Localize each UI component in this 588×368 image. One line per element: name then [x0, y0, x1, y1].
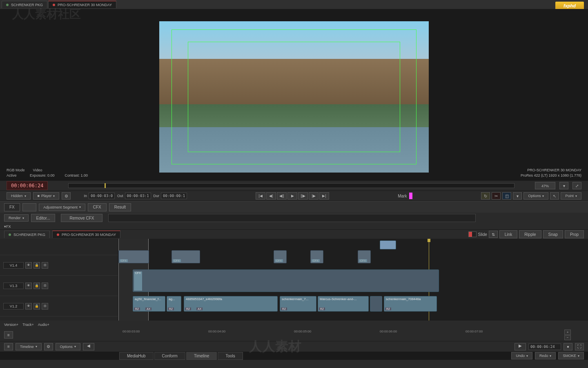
clip-main[interactable]: CFX: [133, 269, 439, 292]
result-button[interactable]: Result: [109, 203, 131, 211]
clip[interactable]: CFX: [310, 250, 323, 263]
ripple-button[interactable]: Ripple: [519, 230, 541, 238]
player-dropdown[interactable]: ■ Player: [33, 192, 60, 200]
play-icon[interactable]: ▶: [287, 192, 297, 200]
bottom-timecode[interactable]: [528, 343, 561, 350]
timeline-ruler[interactable]: 00:00:03:00 00:00:04:00 00:00:05:00 00:0…: [118, 329, 564, 341]
tab-schrenker-pkg[interactable]: SCHRENKER PKG: [2, 1, 47, 8]
clip[interactable]: CFX: [274, 250, 287, 263]
gear-icon[interactable]: ⚙: [62, 192, 71, 200]
tool-icon-3[interactable]: ◫: [502, 192, 511, 200]
effect-field[interactable]: [108, 214, 476, 222]
mode-mediahub[interactable]: MediaHub: [119, 352, 154, 360]
clip[interactable]: 4885853347_e4fd2998faRZAX: [184, 296, 278, 312]
snap-button[interactable]: Snap: [543, 230, 563, 238]
prop-button[interactable]: Prop: [565, 230, 584, 238]
mode-tools[interactable]: Tools: [218, 352, 243, 360]
record-icon[interactable]: ●: [564, 343, 572, 350]
scroll-left-icon[interactable]: ◀: [83, 343, 94, 350]
tl-tab-schrenker[interactable]: SCHRENKER PKG: [4, 231, 50, 238]
step-back-icon[interactable]: ◀|: [266, 192, 276, 200]
audio-button[interactable]: Audio+: [38, 323, 49, 327]
blank-button[interactable]: [22, 203, 36, 211]
step-fwd-icon[interactable]: |▶: [309, 192, 318, 200]
smoke-dropdown[interactable]: SMOKE: [558, 352, 584, 359]
hidden-dropdown[interactable]: Hidden: [7, 192, 31, 200]
clip-thumb[interactable]: [380, 240, 396, 249]
mode-timeline[interactable]: Timeline: [186, 352, 217, 360]
track-lock-icon[interactable]: 🔒: [33, 283, 40, 289]
adjustment-segment-dropdown[interactable]: Adjustment Segment: [39, 204, 85, 211]
mark-label: Mark: [398, 194, 407, 198]
track-lock-icon[interactable]: 🔒: [33, 303, 40, 310]
cfx-button[interactable]: CFX: [88, 203, 107, 211]
zoom-dropdown-icon[interactable]: ▾: [559, 182, 568, 189]
track-mute-icon[interactable]: ⊟: [42, 303, 48, 310]
zoom-level[interactable]: 47%: [535, 182, 555, 189]
track-eye-icon[interactable]: 👁: [25, 303, 32, 310]
dur-timecode[interactable]: [161, 193, 187, 199]
settings-icon[interactable]: ⚙: [44, 343, 53, 350]
track-lock-icon[interactable]: 🔒: [33, 262, 40, 269]
cursor-icon[interactable]: ↖: [550, 192, 559, 200]
track-v13-label[interactable]: V1.3: [3, 283, 24, 289]
fx-button[interactable]: FX: [4, 203, 20, 211]
tool-dropdown-icon[interactable]: ▾: [513, 192, 522, 200]
ruler-menu-icon[interactable]: ≡: [4, 331, 13, 339]
version-button[interactable]: Version+: [4, 323, 18, 327]
viewer-canvas[interactable]: [159, 21, 429, 173]
timeline-canvas[interactable]: CFX CFX CFX CFX CFX CFX ag50_financial_f…: [118, 239, 588, 321]
clip[interactable]: [370, 296, 382, 312]
redo-button[interactable]: Redo: [535, 352, 556, 359]
render-dropdown[interactable]: Render: [4, 214, 29, 222]
tl-tab-pro-schrenker[interactable]: PRO-SCHRENKER 30 MONDAY: [52, 231, 120, 238]
viewer-info-left: RGB Mode Video Active Exposure: 0.00 Con…: [7, 168, 88, 178]
track-mute-icon[interactable]: ⊟: [42, 283, 48, 289]
zoom-in-icon[interactable]: +: [564, 330, 571, 335]
clip[interactable]: schenkermain_708446aRZ: [384, 296, 437, 312]
options-bottom-dropdown[interactable]: Options: [56, 343, 80, 350]
viewer-area: RGB Mode Video Active Exposure: 0.00 Con…: [0, 9, 588, 181]
clip[interactable]: Marcus-Schrenker-and-...RZ: [318, 296, 369, 312]
track-button[interactable]: Track+: [22, 323, 33, 327]
in-timecode[interactable]: [89, 193, 115, 199]
clip[interactable]: CFX: [172, 250, 200, 263]
clip[interactable]: CFX: [118, 250, 149, 263]
clip[interactable]: schenkermain_7...RZ: [280, 296, 316, 312]
fullscreen-icon[interactable]: ⛶: [575, 343, 584, 350]
tab-pro-schrenker[interactable]: PRO-SCHRENKER 30 MONDAY: [48, 1, 116, 8]
frame-back-icon[interactable]: ◀||: [277, 192, 287, 200]
layout-icon[interactable]: ≡: [4, 343, 13, 350]
frame-fwd-icon[interactable]: ||▶: [298, 192, 308, 200]
track-mute-icon[interactable]: ⊟: [42, 262, 48, 269]
link-button[interactable]: Link: [499, 230, 517, 238]
current-timecode[interactable]: 00:00:06:24: [7, 181, 48, 190]
timeline-mode-dropdown[interactable]: Timeline: [16, 343, 42, 350]
remove-cfx-button[interactable]: Remove CFX: [61, 214, 102, 222]
expand-icon[interactable]: ⤢: [572, 182, 581, 189]
track-v14-label[interactable]: V1.4: [3, 262, 24, 269]
scroll-right-icon[interactable]: ▶: [514, 343, 526, 350]
mark-indicator[interactable]: [409, 193, 412, 199]
editor-button[interactable]: Editor...: [31, 214, 56, 222]
undo-button[interactable]: Undo: [511, 352, 532, 359]
track-eye-icon[interactable]: 👁: [25, 262, 32, 269]
tool-icon-1[interactable]: ↻: [481, 192, 490, 200]
clip[interactable]: ag...RZ: [167, 296, 181, 312]
goto-start-icon[interactable]: |◀: [256, 192, 265, 200]
mode-conform[interactable]: Conform: [154, 352, 185, 360]
out-timecode[interactable]: [125, 193, 151, 199]
clip[interactable]: ag50_financial_f...RZAX: [133, 296, 165, 312]
point-dropdown[interactable]: Point: [561, 192, 581, 200]
tool-icon-2[interactable]: ✂: [492, 192, 501, 200]
zoom-out-icon[interactable]: −: [564, 335, 571, 341]
clip[interactable]: CFX: [358, 250, 371, 263]
slide-stepper-icon[interactable]: ⇅: [489, 231, 498, 238]
options-dropdown[interactable]: Options: [523, 192, 548, 200]
scrub-bar[interactable]: [68, 183, 514, 188]
track-eye-icon[interactable]: 👁: [25, 283, 32, 289]
slide-toggle[interactable]: [468, 231, 477, 237]
goto-end-icon[interactable]: ▶|: [319, 192, 329, 200]
track-v12-label[interactable]: V1.2: [3, 303, 24, 310]
viewer-info-right: PRO-SCHRENKER 30 MONDAY ProRes 422 (LT) …: [521, 168, 581, 178]
